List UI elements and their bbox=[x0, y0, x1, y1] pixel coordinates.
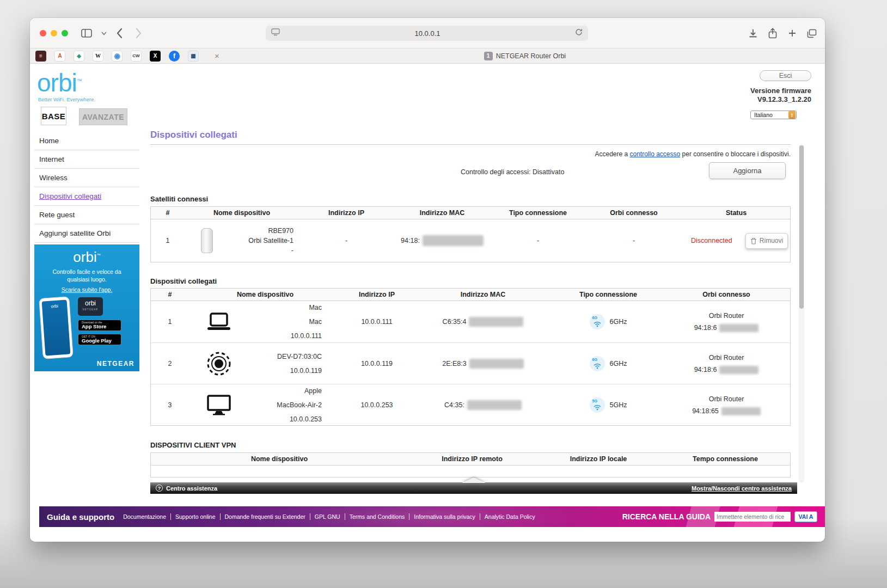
close-window-button[interactable] bbox=[40, 30, 46, 36]
language-select[interactable]: Italiano ▲▼ bbox=[750, 111, 797, 119]
pinned-tab-4-icon[interactable]: W bbox=[93, 51, 103, 62]
device-connection: 6G 6GHz bbox=[554, 342, 663, 384]
google-play-badge[interactable]: GET IT ON Google Play bbox=[78, 334, 121, 345]
show-hide-help-link[interactable]: Mostra/Nascondi centro assistenza bbox=[692, 485, 792, 492]
satellites-table-header: # Nome dispositivo Indirizzo IP Indirizz… bbox=[151, 207, 790, 219]
pinned-tab-1-icon[interactable]: ≡ bbox=[35, 51, 46, 62]
pinned-tab-3-icon[interactable]: ◆ bbox=[74, 51, 84, 62]
footer-link-privacy[interactable]: Informativa sulla privacy bbox=[409, 513, 475, 520]
device-orbi-connected: Orbi Router 94:18:6 bbox=[663, 301, 790, 342]
tab-title: NETGEAR Router Orbi bbox=[496, 52, 566, 60]
active-tab[interactable]: 1 NETGEAR Router Orbi bbox=[225, 52, 825, 60]
footer-link-gpl-gnu[interactable]: GPL GNU bbox=[310, 513, 340, 520]
device-ip: 10.0.0.111 bbox=[341, 301, 412, 342]
minimize-window-button[interactable] bbox=[51, 30, 57, 36]
orbi-app-icon: orbi NETGEAR bbox=[78, 297, 103, 316]
footer-link-domande-frequenti[interactable]: Domande frequenti su Extender bbox=[220, 513, 305, 520]
remove-satellite-button[interactable]: Rimuovi bbox=[745, 233, 788, 249]
phone-screen: orbi bbox=[42, 300, 71, 356]
download-app-link[interactable]: Scarica subito l'app. bbox=[34, 286, 139, 293]
sidebar-item-internet[interactable]: Internet bbox=[34, 150, 139, 169]
forward-button[interactable] bbox=[131, 18, 146, 48]
redacted-mac bbox=[719, 324, 758, 332]
satellite-number: 1 bbox=[151, 219, 185, 262]
footer-bar: Guida e supporto Documentazione Supporto… bbox=[39, 506, 825, 527]
scrollbar-thumb[interactable] bbox=[799, 145, 804, 309]
promo-orbi-logo: orbi™ bbox=[34, 249, 139, 266]
sidebar-chevron-icon[interactable] bbox=[96, 18, 112, 48]
sidebar-item-wireless[interactable]: Wireless bbox=[34, 169, 139, 187]
wifi-band-icon: 6G bbox=[590, 356, 605, 371]
footer-link-documentazione[interactable]: Documentazione bbox=[123, 513, 166, 520]
pinned-tab-6-icon[interactable]: CW bbox=[131, 51, 142, 62]
tab-base[interactable]: BASE bbox=[41, 107, 66, 125]
footer-link-supporto-online[interactable]: Supporto online bbox=[170, 513, 216, 520]
guide-search-go-button[interactable]: VAI A bbox=[794, 511, 817, 522]
pinned-tab-9-icon[interactable]: ▦ bbox=[188, 51, 199, 62]
expand-help-arrow-icon[interactable] bbox=[462, 477, 486, 483]
help-center-bar: ? Centro assistenza Mostra/Nascondi cent… bbox=[150, 482, 797, 494]
device-mac: 2E:E8:3 bbox=[412, 342, 554, 384]
pinned-tab-5-icon[interactable]: ◉ bbox=[112, 51, 123, 62]
sidebar-item-rete-guest[interactable]: Rete guest bbox=[34, 206, 139, 224]
generic-device-icon bbox=[189, 351, 249, 376]
device-ip: 10.0.0.253 bbox=[341, 384, 412, 425]
redacted-mac bbox=[467, 400, 522, 410]
question-icon: ? bbox=[156, 485, 163, 492]
pinned-tab-7-icon[interactable]: X bbox=[150, 51, 161, 62]
satellite-mac: 94:18: bbox=[394, 219, 491, 262]
sidebar-item-home[interactable]: Home bbox=[34, 132, 139, 150]
logout-button[interactable]: Esci bbox=[760, 70, 811, 81]
sidebar-toggle-icon[interactable] bbox=[79, 18, 94, 48]
wifi-band-icon: 6G bbox=[590, 314, 605, 329]
reload-icon[interactable] bbox=[575, 28, 583, 38]
pinned-tab-8-icon[interactable]: f bbox=[169, 51, 180, 62]
sidebar-item-dispositivi-collegati[interactable]: Dispositivi collegati bbox=[34, 187, 139, 206]
laptop-icon bbox=[189, 313, 249, 331]
access-control-link[interactable]: controllo accesso bbox=[630, 150, 681, 158]
help-center-toggle[interactable]: ? Centro assistenza bbox=[156, 485, 217, 492]
redacted-mac bbox=[719, 366, 758, 374]
browser-toolbar: 10.0.0.1 bbox=[30, 18, 825, 48]
address-bar[interactable]: 10.0.0.1 bbox=[266, 26, 588, 41]
devices-section-title: Dispositivi collegati bbox=[150, 277, 217, 285]
sidebar-item-aggiungi-satellite[interactable]: Aggiungi satellite Orbi bbox=[34, 224, 139, 243]
promo-text-line2: qualsiasi luogo. bbox=[34, 275, 139, 283]
device-connection: 5G 5GHz bbox=[554, 384, 663, 425]
share-icon[interactable] bbox=[765, 18, 780, 48]
wifi-band-icon: 5G bbox=[590, 397, 605, 413]
device-mac: C6:35:4 bbox=[412, 301, 554, 342]
device-mac: C4:35: bbox=[412, 384, 554, 425]
netgear-logo: NETGEAR bbox=[97, 360, 134, 367]
select-stepper-icon: ▲▼ bbox=[788, 111, 796, 119]
back-button[interactable] bbox=[112, 18, 127, 48]
footer-link-analytic-data-policy[interactable]: Analytic Data Policy bbox=[480, 513, 535, 520]
tab-overview-icon[interactable] bbox=[804, 18, 819, 48]
new-tab-icon[interactable] bbox=[785, 18, 800, 48]
refresh-button[interactable]: Aggiorna bbox=[709, 162, 786, 179]
satellite-ip: - bbox=[299, 219, 394, 262]
device-row: 3 Apple MacBook-Air-2 10.0.0.253 10.0.0.… bbox=[151, 384, 790, 425]
device-connection: 6G 6GHz bbox=[554, 301, 663, 342]
tab-avanzate[interactable]: AVANZATE bbox=[79, 108, 127, 125]
access-control-hint: Accedere a controllo accesso per consent… bbox=[150, 150, 791, 158]
devices-table-header: # Nome dispositivo Indirizzo IP Indirizz… bbox=[151, 289, 790, 301]
pinned-tab-2-icon[interactable]: A bbox=[54, 51, 65, 62]
footer-link-terms[interactable]: Terms and Conditions bbox=[345, 513, 405, 520]
satellite-row: 1 RBE970 Orbi Satellite-1 - - 94:18: - - bbox=[151, 219, 790, 262]
redacted-mac bbox=[469, 317, 523, 327]
guide-search-input[interactable] bbox=[714, 512, 791, 522]
device-ip: 10.0.0.119 bbox=[341, 342, 412, 384]
fullscreen-window-button[interactable] bbox=[62, 30, 68, 36]
url-text: 10.0.0.1 bbox=[280, 29, 575, 38]
device-row: 1 Mac Mac 10.0.0.111 10.0.0.111 C6:35:4 bbox=[151, 301, 790, 342]
close-tab-icon[interactable]: × bbox=[215, 51, 219, 60]
footer-links: Documentazione Supporto online Domande f… bbox=[123, 513, 535, 520]
satellite-connection-type: - bbox=[491, 219, 585, 262]
page-title: Dispositivi collegati bbox=[150, 130, 237, 140]
app-store-badge[interactable]: Download on the App Store bbox=[78, 320, 121, 331]
vpn-table-header: Nome dispositivo Indirizzo IP remoto Ind… bbox=[151, 453, 790, 465]
downloads-icon[interactable] bbox=[745, 18, 761, 48]
satellite-orbi-connected: - bbox=[585, 219, 682, 262]
satellite-name-cell: RBE970 Orbi Satellite-1 - bbox=[185, 219, 299, 262]
